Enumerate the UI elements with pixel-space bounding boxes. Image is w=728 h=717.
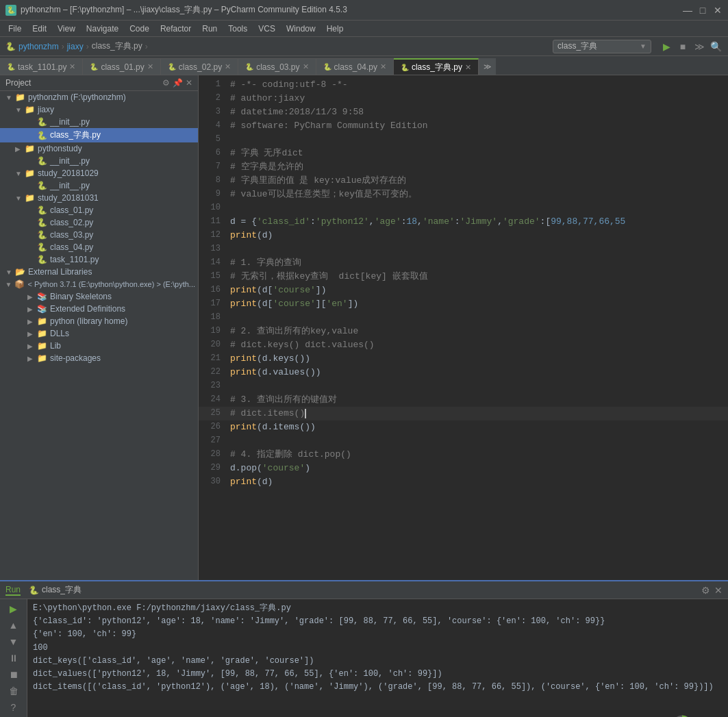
tab-class01[interactable]: 🐍 class_01.py ✕ [83,58,160,75]
menu-help[interactable]: Help [321,23,349,35]
breadcrumb-file: class_字典.py [92,40,142,52]
scroll-up-button[interactable]: ▲ [4,618,23,632]
stop-button[interactable]: ■ [676,40,690,53]
tree-item-study1029[interactable]: ▼ 📁 study_20181029 [0,167,198,179]
tree-item-class04[interactable]: 🐍 class_04.py [0,241,198,253]
tree-item-jiaxy[interactable]: ▼ 📁 jiaxy [0,103,198,116]
tree-item-init3[interactable]: 🐍 __init__.py [0,179,198,192]
run-hide-button[interactable]: ✕ [714,585,723,596]
tab-label: class_字典.py [412,62,462,73]
tree-item-class03[interactable]: 🐍 class_03.py [0,229,198,241]
tab-close-class02[interactable]: ✕ [225,62,231,71]
code-line-8: 8 # 字典里面的值 是 key:value成对存在的 [199,174,728,188]
clear-output-button[interactable]: 🗑 [4,684,23,698]
tab-class03[interactable]: 🐍 class_03.py ✕ [238,58,316,75]
tab-close-task1101[interactable]: ✕ [69,62,75,71]
menu-code[interactable]: Code [124,23,155,35]
python-file-icon: 🐍 [37,131,47,140]
menu-file[interactable]: File [3,23,27,35]
chevron-down-icon: ▼ [15,170,25,177]
sidebar-settings-button[interactable]: ⚙ [162,78,170,88]
menu-bar: File Edit View Navigate Code Refactor Ru… [0,21,728,37]
status-right: 22% ↑ 0 K/s ↓ 0 K/s [671,714,723,718]
library-icon: 📚 [37,304,47,314]
tree-item-lib[interactable]: ▶ 📁 Lib [0,340,198,352]
tab-label: class_03.py [256,62,299,72]
tab-close-class01[interactable]: ✕ [147,62,153,71]
tree-item-python371[interactable]: ▼ 📦 < Python 3.7.1 (E:\python\python.exe… [0,278,198,290]
menu-tools[interactable]: Tools [223,23,253,35]
py-icon: 🐍 [90,63,98,71]
tree-item-dlls[interactable]: ▶ 📁 DLLs [0,327,198,340]
menu-window[interactable]: Window [281,23,321,35]
sidebar-close-button[interactable]: ✕ [186,78,192,88]
menu-view[interactable]: View [52,23,81,35]
tree-label: task_1101.py [50,255,99,264]
code-line-19: 19 # 2. 查询出所有的key,value [199,325,728,338]
tree-item-class-dict[interactable]: 🐍 class_字典.py [0,128,198,142]
tree-item-site-packages[interactable]: ▶ 📁 site-packages [0,352,198,364]
tree-item-external-libs[interactable]: ▼ 📂 External Libraries [0,266,198,278]
code-editor[interactable]: 1 # -*- coding:utf-8 -*- 2 # author:jiax… [199,75,728,580]
pause-button[interactable]: ⏸ [4,651,23,665]
tree-item-python-lib-home[interactable]: ▶ 📁 python (library home) [0,315,198,327]
tree-item-pythonstudy[interactable]: ▶ 📁 pythonstudy [0,142,198,155]
tab-class04[interactable]: 🐍 class_04.py ✕ [316,58,394,75]
tree-item-class01[interactable]: 🐍 class_01.py [0,204,198,216]
run-tab[interactable]: Run [5,585,21,596]
tree-item-extended-definitions[interactable]: ▶ 📚 Extended Definitions [0,303,198,315]
breadcrumb-folder[interactable]: jiaxy [67,42,84,51]
breadcrumb-project[interactable]: pythonzhm [18,42,59,51]
py-icon: 🐍 [7,63,15,71]
code-line-30: 30 print(d) [199,475,728,489]
search-input[interactable] [557,42,640,51]
search-dropdown-icon[interactable]: ▼ [640,42,647,50]
tab-close-class03[interactable]: ✕ [303,62,309,71]
code-line-11: 11 d = {'class_id':'python12','age':18,'… [199,215,728,229]
tree-item-init1[interactable]: 🐍 __init__.py [0,116,198,128]
search-button[interactable]: 🔍 [709,40,723,53]
scroll-down-button[interactable]: ▼ [4,635,23,649]
more-run-button[interactable]: ≫ [692,40,706,53]
sidebar-pin-button[interactable]: 📌 [173,78,183,88]
tree-item-init2[interactable]: 🐍 __init__.py [0,155,198,167]
maximize-button[interactable]: □ [698,5,707,15]
chevron-right-icon: ▶ [27,318,37,325]
code-line-25: 25 # dict.items() [199,407,728,420]
tree-label: class_01.py [50,205,93,215]
close-button[interactable]: ✕ [713,5,723,15]
tree-item-study1031[interactable]: ▼ 📁 study_20181031 [0,192,198,204]
breadcrumb: 🐍 pythonzhm › jiaxy › class_字典.py › [5,40,148,52]
progress-svg [671,714,693,718]
code-line-9: 9 # value可以是任意类型；key值是不可变的。 [199,188,728,201]
run-file-label: class_字典 [42,584,81,596]
menu-navigate[interactable]: Navigate [81,23,124,35]
help-button[interactable]: ? [4,701,23,714]
minimize-button[interactable]: — [683,5,692,15]
menu-edit[interactable]: Edit [27,23,52,35]
code-line-21: 21 print(d.keys()) [199,352,728,366]
menu-refactor[interactable]: Refactor [155,23,197,35]
tree-item-binary-skeletons[interactable]: ▶ 📚 Binary Skeletons [0,290,198,303]
tab-class02[interactable]: 🐍 class_02.py ✕ [161,58,238,75]
stop-run-button[interactable]: ⏹ [4,668,23,681]
tree-label: pythonzhm (F:\pythonzhm) [28,92,126,102]
tab-task1101[interactable]: 🐍 task_1101.py ✕ [0,58,83,75]
sidebar-header: Project ⚙ 📌 ✕ [0,75,198,91]
tab-class-dict[interactable]: 🐍 class_字典.py ✕ [394,58,479,75]
tab-label: class_01.py [101,62,144,72]
tabs-more-button[interactable]: ≫ [479,58,496,75]
rerun-button[interactable]: ▶ [4,602,23,616]
tab-close-class-dict[interactable]: ✕ [465,63,471,72]
tree-item-pythonzhm[interactable]: ▼ 📁 pythonzhm (F:\pythonzhm) [0,91,198,103]
run-settings-button[interactable]: ⚙ [701,585,710,596]
tab-close-class04[interactable]: ✕ [380,62,386,71]
run-button[interactable]: ▶ [660,40,673,53]
menu-vcs[interactable]: VCS [253,23,281,35]
tree-item-task1101[interactable]: 🐍 task_1101.py [0,253,198,266]
python-file-icon: 🐍 [37,117,47,127]
code-line-2: 2 # author:jiaxy [199,92,728,105]
menu-run[interactable]: Run [197,23,223,35]
code-line-3: 3 # datetime:2018/11/3 9:58 [199,105,728,119]
tree-item-class02[interactable]: 🐍 class_02.py [0,216,198,229]
